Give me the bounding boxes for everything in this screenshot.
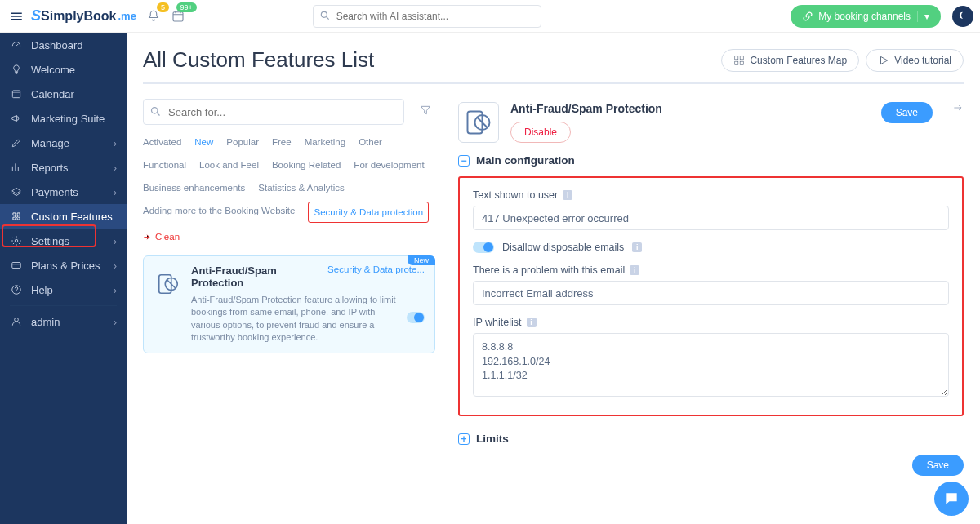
search-icon — [319, 10, 331, 21]
main-config-heading[interactable]: − Main configuration — [458, 154, 964, 167]
cat-stats[interactable]: Statistics & Analytics — [258, 179, 344, 197]
ip-whitelist-textarea[interactable] — [473, 333, 949, 397]
user-icon — [10, 316, 23, 327]
svg-rect-2 — [12, 91, 20, 98]
sidebar-item-help[interactable]: Help› — [0, 278, 127, 302]
video-tutorial-button[interactable]: Video tutorial — [866, 49, 964, 72]
card-icon — [10, 260, 23, 271]
svg-rect-7 — [735, 56, 738, 59]
sidebar-item-payments[interactable]: Payments› — [0, 180, 127, 204]
chevron-right-icon: › — [114, 316, 117, 328]
cat-free[interactable]: Free — [272, 133, 292, 151]
cat-booking[interactable]: Booking Related — [272, 156, 341, 174]
cat-biz[interactable]: Business enhancements — [143, 179, 245, 197]
megaphone-icon — [10, 113, 23, 124]
chevron-right-icon: › — [114, 186, 117, 198]
logo[interactable]: SSimplyBook.me — [31, 7, 136, 24]
gauge-icon — [10, 39, 23, 51]
save-button-bottom[interactable]: Save — [912, 455, 964, 476]
info-icon[interactable]: i — [632, 242, 642, 252]
sidebar-item-plans[interactable]: Plans & Prices› — [0, 253, 127, 278]
svg-point-11 — [152, 108, 158, 114]
features-map-button[interactable]: Custom Features Map — [721, 49, 859, 72]
puzzle-icon — [10, 211, 23, 222]
main-config-form: Text shown to useri Disallow disposable … — [458, 176, 964, 416]
svg-rect-10 — [741, 61, 744, 64]
sidebar-item-admin[interactable]: admin› — [0, 309, 127, 334]
svg-point-3 — [15, 239, 18, 242]
ip-label: IP whitelist — [473, 317, 522, 328]
calendar-shortcut[interactable]: 99+ — [171, 9, 185, 24]
text-shown-label: Text shown to user — [473, 189, 558, 201]
feature-desc: Anti-Fraud/Spam Protection feature allow… — [191, 294, 425, 344]
menu-toggle[interactable] — [7, 7, 26, 26]
problem-label: There is a problem with this email — [473, 264, 625, 276]
expand-plus-icon[interactable]: + — [458, 433, 470, 445]
sidebar-item-welcome[interactable]: Welcome — [0, 57, 127, 82]
cat-popular[interactable]: Popular — [226, 133, 259, 151]
sidebar-item-manage[interactable]: Manage› — [0, 131, 127, 155]
feature-toggle[interactable] — [407, 312, 425, 323]
collapse-icon[interactable]: − — [458, 155, 470, 167]
sidebar-item-marketing[interactable]: Marketing Suite — [0, 106, 127, 131]
calendar-icon — [10, 88, 23, 100]
notifications-bell[interactable]: 5 — [146, 9, 161, 24]
svg-rect-9 — [735, 61, 738, 64]
theme-toggle[interactable] — [952, 6, 973, 27]
expand-icon[interactable] — [952, 102, 964, 113]
text-shown-input[interactable] — [473, 206, 949, 230]
payment-icon — [10, 186, 23, 198]
chevron-right-icon: › — [114, 235, 117, 247]
cat-new[interactable]: New — [194, 133, 213, 151]
cat-dev[interactable]: For development — [354, 156, 424, 174]
save-button[interactable]: Save — [881, 102, 933, 123]
sidebar-item-reports[interactable]: Reports› — [0, 155, 127, 180]
sidebar-item-calendar[interactable]: Calendar — [0, 82, 127, 106]
disable-button[interactable]: Disable — [510, 122, 571, 143]
cat-marketing[interactable]: Marketing — [305, 133, 346, 151]
info-icon[interactable]: i — [563, 190, 572, 200]
bell-badge: 5 — [157, 2, 169, 12]
cat-security[interactable]: Security & Data protection — [308, 202, 429, 223]
gear-icon — [10, 235, 23, 246]
chevron-right-icon: › — [114, 284, 117, 296]
disallow-label: Disallow disposable emails — [502, 242, 624, 253]
cal-badge: 99+ — [176, 2, 197, 12]
lightbulb-icon — [10, 64, 23, 75]
sidebar-item-dashboard[interactable]: Dashboard — [0, 33, 127, 57]
chat-bubble[interactable] — [934, 482, 969, 516]
pencil-icon — [10, 137, 23, 149]
global-search-input[interactable] — [313, 5, 541, 28]
cat-adding[interactable]: Adding more to the Booking Website — [143, 202, 295, 223]
feature-card-antifraud[interactable]: New Security & Data prote... Anti-Fraud/… — [143, 255, 435, 353]
search-icon — [149, 105, 162, 118]
chevron-right-icon: › — [114, 162, 117, 174]
feature-category-link[interactable]: Security & Data prote... — [327, 264, 425, 274]
chevron-right-icon: › — [114, 137, 117, 149]
category-filters: Activated New Popular Free Marketing Oth… — [143, 133, 435, 246]
filter-icon[interactable] — [419, 104, 435, 117]
info-icon[interactable]: i — [527, 318, 537, 327]
cat-other[interactable]: Other — [359, 133, 382, 151]
feature-search-input[interactable] — [143, 99, 404, 125]
sidebar-item-custom-features[interactable]: Custom Features — [0, 204, 127, 229]
booking-channels-button[interactable]: My booking channels ▾ — [791, 5, 941, 28]
svg-point-6 — [15, 318, 19, 322]
disallow-emails-toggle[interactable] — [473, 242, 494, 253]
chart-icon — [10, 162, 23, 173]
cat-functional[interactable]: Functional — [143, 156, 186, 174]
svg-rect-4 — [12, 263, 21, 269]
cat-clean[interactable]: Clean — [143, 228, 180, 246]
problem-input[interactable] — [473, 281, 949, 305]
sidebar-item-settings[interactable]: Settings› — [0, 229, 127, 253]
svg-point-1 — [321, 11, 327, 17]
limits-heading[interactable]: + Limits — [458, 433, 964, 445]
detail-title: Anti-Fraud/Spam Protection — [510, 102, 870, 115]
cat-look[interactable]: Look and Feel — [199, 156, 259, 174]
cat-activated[interactable]: Activated — [143, 133, 181, 151]
svg-rect-0 — [173, 11, 183, 20]
info-icon[interactable]: i — [630, 265, 639, 275]
svg-rect-8 — [741, 56, 744, 59]
shield-icon — [458, 102, 499, 143]
new-tag: New — [408, 255, 435, 265]
